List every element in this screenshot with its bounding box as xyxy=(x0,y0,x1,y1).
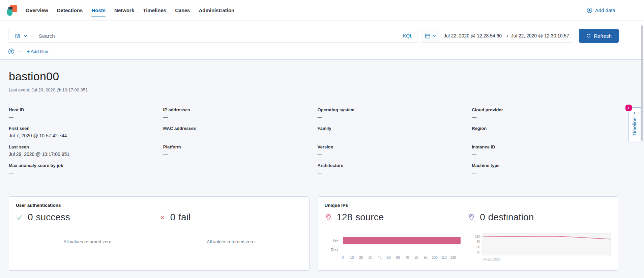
unique-ips-charts: Src. Dest. 0102030405060708090100110120 xyxy=(325,233,611,261)
filter-placeholder-dash: — xyxy=(19,49,23,54)
add-filter-button[interactable]: + Add filter xyxy=(27,49,49,54)
date-range-arrow-icon: → xyxy=(504,33,508,38)
bar-x-tick: 60 xyxy=(396,256,400,259)
search-bar-group: KQL xyxy=(8,29,417,43)
line-y-axis: 110805020 xyxy=(473,233,482,255)
add-data-label: Add data xyxy=(595,7,615,13)
auth-fail-value: 0 xyxy=(170,212,176,223)
field-instance-id: Instance ID — xyxy=(472,144,618,163)
overview-column-4: Cloud provider — Region — Instance ID — … xyxy=(472,107,618,182)
map-pin-icon xyxy=(468,213,475,221)
bar-x-tick: 20 xyxy=(359,256,363,259)
overview-column-1: Host ID — First seen Jul 7, 2020 @ 10:57… xyxy=(9,107,155,182)
source-ips-value: 128 xyxy=(337,212,353,223)
query-row: KQL Jul 22, 2020 @ 12:28:54.60 → Jul 22,… xyxy=(8,29,619,43)
bar-x-tick: 110 xyxy=(441,256,447,259)
save-icon xyxy=(15,33,21,39)
field-ip-addresses: IP addresses — xyxy=(163,107,310,126)
bar-x-tick: 80 xyxy=(414,256,418,259)
check-icon xyxy=(16,214,23,221)
field-operating-system: Operating system — xyxy=(318,107,464,126)
nav-tab-timelines[interactable]: Timelines xyxy=(143,0,166,21)
nav-tab-network[interactable]: Network xyxy=(114,0,134,21)
plus-circle-icon xyxy=(587,7,592,13)
overview-column-2: IP addresses — MAC addresses — Platform … xyxy=(163,107,310,182)
auth-fail-metric: 0 fail xyxy=(159,212,302,223)
bar-x-tick: 70 xyxy=(405,256,409,259)
nav-tab-overview[interactable]: Overview xyxy=(26,0,48,21)
page-title: bastion00 xyxy=(9,70,618,83)
add-data-button[interactable]: Add data xyxy=(587,7,615,13)
chevron-down-icon xyxy=(23,34,28,38)
security-app: Overview Detections Hosts Network Timeli… xyxy=(0,0,644,278)
overview-column-3: Operating system — Family — Version — Ar… xyxy=(318,107,464,182)
refresh-button[interactable]: Refresh xyxy=(579,29,619,43)
card-title: Unique IPs xyxy=(325,203,611,208)
bar-x-tick: 30 xyxy=(369,256,372,259)
bar-category-src: Src. xyxy=(325,237,343,245)
elastic-security-logo-icon[interactable] xyxy=(6,5,18,16)
calendar-icon xyxy=(425,33,431,39)
auth-success-label: success xyxy=(36,212,70,223)
line-series xyxy=(483,236,611,239)
refresh-label: Refresh xyxy=(594,33,612,39)
query-language-button[interactable]: KQL xyxy=(398,29,417,43)
field-region: Region — xyxy=(472,126,618,144)
last-event-text: Last event: Jul 29, 2020 @ 10:17:00.951 xyxy=(9,87,618,92)
bar-plot-area xyxy=(343,237,463,254)
bar-x-tick: 0 xyxy=(342,256,344,259)
field-platform: Platform — xyxy=(163,144,310,163)
bar-x-tick: 90 xyxy=(424,256,428,259)
card-title: User authentications xyxy=(16,203,302,208)
query-bar-section: KQL Jul 22, 2020 @ 12:28:54.60 → Jul 22,… xyxy=(0,21,644,60)
date-range-start[interactable]: Jul 22, 2020 @ 12:28:54.60 xyxy=(444,33,502,38)
unique-ips-card: Unique IPs 128 source 0 destination xyxy=(318,196,618,271)
line-y-tick: 50 xyxy=(476,245,480,249)
nav-tab-administration[interactable]: Administration xyxy=(199,0,234,21)
auth-metrics: 0 success 0 fail xyxy=(16,212,302,223)
vertical-scrollbar[interactable] xyxy=(641,25,643,141)
date-quick-select-button[interactable] xyxy=(421,29,440,43)
source-ips-label: source xyxy=(355,212,384,223)
date-range-display: Jul 22, 2020 @ 12:28:54.60 → Jul 22, 202… xyxy=(440,29,573,43)
auth-success-metric: 0 success xyxy=(16,212,159,223)
top-nav: Overview Detections Hosts Network Timeli… xyxy=(0,0,644,21)
main-nav-tabs: Overview Detections Hosts Network Timeli… xyxy=(26,0,234,21)
field-mac-addresses: MAC addresses — xyxy=(163,126,310,144)
line-y-tick: 80 xyxy=(476,240,480,244)
unique-ips-line-chart: 110805020 07-22 12:28 xyxy=(473,233,611,261)
bar-x-tick: 50 xyxy=(387,256,390,259)
source-ips-metric: 128 source xyxy=(325,212,468,223)
filter-icon xyxy=(8,48,14,55)
line-y-tick: 20 xyxy=(476,250,480,254)
field-cloud-provider: Cloud provider — xyxy=(472,107,618,126)
bar-x-axis: 0102030405060708090100110120 xyxy=(343,254,463,259)
field-machine-type: Machine type — xyxy=(472,163,618,182)
auth-empty-charts: All values returned zero All values retu… xyxy=(16,229,302,244)
date-picker-group: Jul 22, 2020 @ 12:28:54.60 → Jul 22, 202… xyxy=(421,29,573,43)
field-max-anomaly-score: Max anomaly score by job — xyxy=(9,163,155,182)
nav-tab-hosts[interactable]: Hosts xyxy=(91,0,106,21)
saved-queries-button[interactable] xyxy=(8,29,34,43)
nav-tab-detections[interactable]: Detections xyxy=(57,0,83,21)
empty-chart-message: All values returned zero xyxy=(159,239,302,244)
date-range-end[interactable]: Jul 22, 2020 @ 12:30:10.57 xyxy=(511,33,569,38)
line-y-tick: 110 xyxy=(475,235,480,239)
timeline-flyout-button[interactable]: 1 Timeline xyxy=(628,107,641,142)
nav-tab-cases[interactable]: Cases xyxy=(175,0,190,21)
chevron-down-icon xyxy=(432,34,436,38)
field-version: Version — xyxy=(318,144,464,163)
bar-x-tick: 120 xyxy=(450,256,456,259)
cross-icon xyxy=(159,214,166,221)
refresh-icon xyxy=(586,33,591,38)
filter-options-button[interactable] xyxy=(8,48,14,55)
nav-right: Add data xyxy=(587,7,615,13)
card-divider xyxy=(325,229,611,229)
bar-category-dest: Dest. xyxy=(325,245,343,254)
bar-x-tick: 100 xyxy=(432,256,438,259)
search-input[interactable] xyxy=(34,29,398,43)
bar-x-tick: 10 xyxy=(350,256,354,259)
unique-ips-bar-chart: Src. Dest. 0102030405060708090100110120 xyxy=(325,237,463,261)
field-first-seen: First seen Jul 7, 2020 @ 10:57:42.744 xyxy=(9,126,155,144)
field-host-id: Host ID — xyxy=(9,107,155,126)
